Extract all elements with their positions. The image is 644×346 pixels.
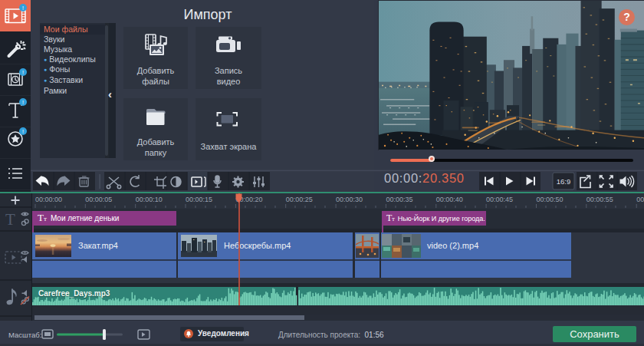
svg-text:16:9: 16:9 [557, 177, 571, 186]
svg-text:T: T [5, 210, 15, 229]
svg-text:00:00:50: 00:00:50 [537, 196, 564, 203]
svg-text:!: ! [22, 70, 24, 75]
svg-text:00:00:05: 00:00:05 [85, 196, 112, 203]
svg-text:00:00:10: 00:00:10 [136, 196, 163, 203]
svg-text:00:01:00: 00:01:00 [636, 196, 644, 203]
svg-text:00:00:55: 00:00:55 [586, 196, 613, 203]
svg-text:00:00:35: 00:00:35 [386, 196, 412, 203]
svg-text:00:00:25: 00:00:25 [286, 196, 313, 203]
svg-text:!: ! [22, 5, 24, 11]
svg-text:00:00:45: 00:00:45 [486, 196, 513, 203]
svg-text:00:00:30: 00:00:30 [336, 196, 363, 203]
svg-text:00:00:00: 00:00:00 [35, 196, 62, 203]
svg-text:00:00:40: 00:00:40 [436, 196, 463, 203]
svg-text:!: ! [22, 129, 24, 134]
svg-text:!: ! [22, 100, 24, 105]
svg-text:00:00:15: 00:00:15 [186, 196, 212, 203]
